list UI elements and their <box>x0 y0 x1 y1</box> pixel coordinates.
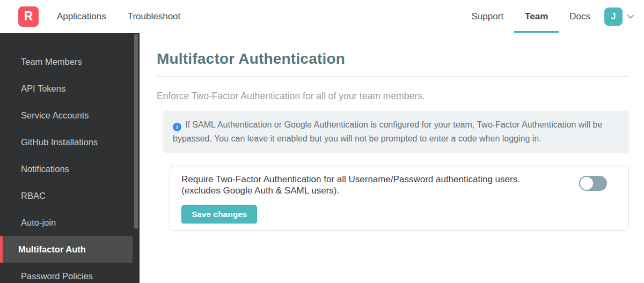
info-circle-icon: i <box>173 123 181 131</box>
top-navbar: R Applications Troubleshoot Support Team… <box>0 0 644 33</box>
sidebar-item-service-accounts[interactable]: Service Accounts <box>0 102 133 129</box>
setting-label-line1: Require Two-Factor Authentication for al… <box>181 174 579 185</box>
rollbar-logo[interactable]: R <box>18 6 39 27</box>
toggle-knob <box>580 177 593 190</box>
sidebar-item-password-policies[interactable]: Password Policies <box>0 263 133 283</box>
page-description: Enforce Two-Factor Authentication for al… <box>157 91 629 102</box>
setting-text: Require Two-Factor Authentication for al… <box>181 174 579 224</box>
save-changes-button[interactable]: Save changes <box>181 205 257 224</box>
info-note: iIf SAML Authentication or Google Authen… <box>163 111 629 153</box>
sidebar-scrollbar-thumb[interactable] <box>134 34 138 229</box>
two-factor-toggle[interactable] <box>579 176 607 191</box>
nav-troubleshoot[interactable]: Troubleshoot <box>117 0 192 33</box>
nav-docs[interactable]: Docs <box>559 0 601 33</box>
nav-team[interactable]: Team <box>514 0 559 33</box>
info-note-text: If SAML Authentication or Google Authent… <box>173 120 602 143</box>
two-factor-setting-card: Require Two-Factor Authentication for al… <box>170 166 629 231</box>
sidebar-item-github-installations[interactable]: GitHub Installations <box>0 129 133 155</box>
sidebar-item-multifactor-auth[interactable]: Multifactor Auth <box>0 236 133 263</box>
page-title: Multifactor Authentication <box>157 50 629 68</box>
sidebar-item-auto-join[interactable]: Auto-join <box>0 209 133 236</box>
nav-support[interactable]: Support <box>461 0 515 33</box>
nav-applications[interactable]: Applications <box>46 0 117 33</box>
sidebar-item-api-tokens[interactable]: API Tokens <box>0 75 133 102</box>
sidebar-item-rbac[interactable]: RBAC <box>0 182 133 209</box>
main-content: Multifactor Authentication Enforce Two-F… <box>140 33 644 283</box>
chevron-down-icon[interactable] <box>626 12 635 21</box>
setting-label-line2: (excludes Google Auth & SAML users). <box>181 185 579 197</box>
sidebar-item-team-members[interactable]: Team Members <box>0 48 133 75</box>
title-divider <box>157 76 629 77</box>
sidebar-item-notifications[interactable]: Notifications <box>0 155 133 182</box>
avatar[interactable]: J <box>604 8 623 26</box>
primary-nav: Applications Troubleshoot <box>46 0 191 33</box>
user-menu[interactable]: J <box>601 0 639 33</box>
secondary-nav: Support Team Docs J <box>461 0 639 33</box>
settings-sidebar: Team Members API Tokens Service Accounts… <box>0 33 140 283</box>
